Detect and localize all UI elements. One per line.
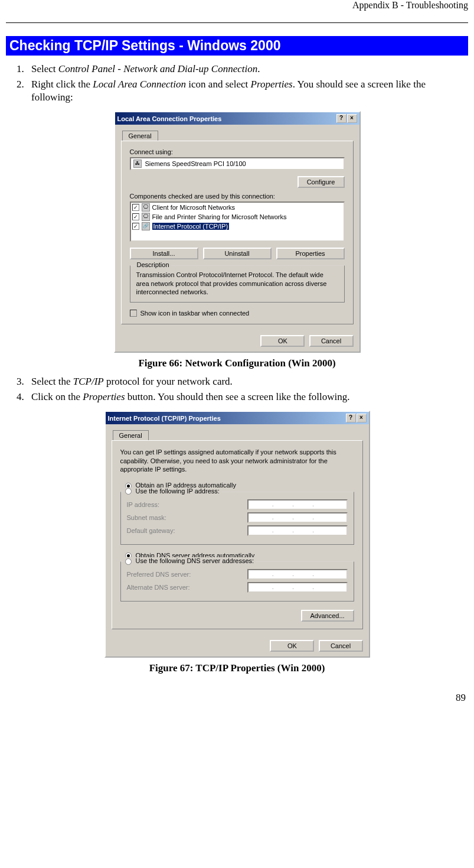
adapter-box: 🖧 Siemens SpeedStream PCI 10/100 bbox=[130, 157, 345, 170]
dialog-tcpip-properties: Internet Protocol (TCP/IP) Properties ? … bbox=[104, 411, 370, 658]
dialog-lan-properties: Local Area Connection Properties ? × Gen… bbox=[114, 111, 361, 353]
list-item-label-selected: Internet Protocol (TCP/IP) bbox=[152, 223, 230, 230]
share-icon: 🖵 bbox=[142, 213, 150, 221]
cancel-button[interactable]: Cancel bbox=[319, 640, 363, 652]
components-label: Components checked are used by this conn… bbox=[130, 193, 345, 200]
ip-address-label: IP address: bbox=[127, 501, 159, 508]
preferred-dns-field[interactable]: . . . bbox=[247, 569, 348, 580]
description-legend: Description bbox=[135, 261, 171, 268]
show-icon-checkbox[interactable] bbox=[130, 310, 137, 317]
tab-general[interactable]: General bbox=[113, 430, 149, 440]
subnet-mask-field[interactable]: . . . bbox=[247, 512, 348, 523]
checkbox-icon[interactable]: ✓ bbox=[132, 204, 139, 211]
adapter-icon: 🖧 bbox=[133, 160, 142, 168]
text-italic: Control Panel - Network and Dial-up Conn… bbox=[58, 63, 257, 74]
alternate-dns-label: Alternate DNS server: bbox=[127, 584, 190, 591]
description-text: Transmission Control Protocol/Internet P… bbox=[136, 271, 338, 296]
text-italic: TCP/IP bbox=[73, 376, 104, 387]
step-2: Right click the Local Area Connection ic… bbox=[27, 78, 468, 104]
description-group: Description Transmission Control Protoco… bbox=[130, 265, 345, 303]
cancel-button[interactable]: Cancel bbox=[309, 335, 354, 347]
tab-general[interactable]: General bbox=[122, 131, 158, 141]
properties-button[interactable]: Properties bbox=[276, 248, 345, 259]
text: Click on the bbox=[31, 391, 83, 402]
dns-group: Use the following DNS server addresses: … bbox=[120, 561, 354, 602]
show-icon-label: Show icon in taskbar when connected bbox=[140, 310, 250, 317]
step-list-1: Select Control Panel - Network and Dial-… bbox=[6, 63, 468, 104]
ok-button[interactable]: OK bbox=[260, 335, 305, 347]
close-button[interactable]: × bbox=[357, 414, 367, 422]
install-button[interactable]: Install... bbox=[130, 248, 198, 259]
list-item-label: File and Printer Sharing for Microsoft N… bbox=[152, 213, 287, 220]
checkbox-icon[interactable]: ✓ bbox=[132, 223, 139, 230]
radio-use-ip-label: Use the following IP address: bbox=[136, 487, 220, 495]
text-italic: Local Area Connection bbox=[93, 79, 186, 90]
page-number: 89 bbox=[6, 692, 468, 704]
help-button[interactable]: ? bbox=[346, 414, 356, 422]
intro-text: You can get IP settings assigned automat… bbox=[120, 448, 354, 473]
step-list-2: Select the TCP/IP protocol for your netw… bbox=[6, 375, 468, 404]
page-header: Appendix B - Troubleshooting bbox=[6, 0, 468, 11]
text: icon and select bbox=[186, 79, 251, 90]
configure-button[interactable]: Configure bbox=[298, 176, 345, 188]
ok-button[interactable]: OK bbox=[270, 640, 314, 652]
figure-67-caption: Figure 67: TCP/IP Properties (Win 2000) bbox=[6, 662, 468, 674]
help-button[interactable]: ? bbox=[336, 114, 346, 123]
text: Right click the bbox=[31, 79, 93, 90]
step-3: Select the TCP/IP protocol for your netw… bbox=[27, 375, 468, 388]
text: Select the bbox=[31, 376, 73, 387]
advanced-button[interactable]: Advanced... bbox=[301, 610, 354, 622]
dialog-title: Local Area Connection Properties bbox=[117, 115, 336, 122]
text-italic: Properties bbox=[251, 79, 293, 90]
step-1: Select Control Panel - Network and Dial-… bbox=[27, 63, 468, 76]
list-item[interactable]: ✓ 🖵 Client for Microsoft Networks bbox=[131, 203, 344, 212]
close-button[interactable]: × bbox=[347, 114, 357, 123]
text: Select bbox=[31, 63, 58, 74]
ip-group: Use the following IP address: IP address… bbox=[120, 492, 354, 545]
header-rule bbox=[6, 22, 468, 23]
section-heading: Checking TCP/IP Settings - Windows 2000 bbox=[6, 36, 468, 56]
list-item-label: Client for Microsoft Networks bbox=[152, 204, 236, 211]
figure-66-caption: Figure 66: Network Configuration (Win 20… bbox=[6, 357, 468, 369]
components-list[interactable]: ✓ 🖵 Client for Microsoft Networks ✓ 🖵 Fi… bbox=[130, 201, 345, 242]
preferred-dns-label: Preferred DNS server: bbox=[127, 571, 191, 578]
radio-use-dns-label: Use the following DNS server addresses: bbox=[136, 557, 254, 564]
text-italic: Properties bbox=[83, 391, 125, 402]
radio-use-dns[interactable] bbox=[125, 558, 132, 565]
alternate-dns-field[interactable]: . . . bbox=[247, 582, 348, 593]
gateway-field[interactable]: . . . bbox=[247, 525, 348, 536]
adapter-name: Siemens SpeedStream PCI 10/100 bbox=[145, 160, 246, 167]
text: button. You should then see a screen lik… bbox=[125, 391, 350, 402]
protocol-icon: 🔗 bbox=[142, 222, 150, 230]
connect-using-label: Connect using: bbox=[130, 148, 345, 155]
client-icon: 🖵 bbox=[142, 203, 150, 212]
ip-address-field[interactable]: . . . bbox=[247, 499, 348, 510]
dialog-title: Internet Protocol (TCP/IP) Properties bbox=[108, 415, 345, 422]
uninstall-button[interactable]: Uninstall bbox=[203, 248, 272, 259]
list-item[interactable]: ✓ 🖵 File and Printer Sharing for Microso… bbox=[131, 212, 344, 222]
list-item[interactable]: ✓ 🔗 Internet Protocol (TCP/IP) bbox=[131, 222, 344, 231]
text: . bbox=[257, 63, 260, 74]
subnet-mask-label: Subnet mask: bbox=[127, 514, 166, 521]
gateway-label: Default gateway: bbox=[127, 527, 175, 534]
checkbox-icon[interactable]: ✓ bbox=[132, 213, 139, 220]
text: protocol for your network card. bbox=[104, 376, 233, 387]
step-4: Click on the Properties button. You shou… bbox=[27, 391, 468, 404]
radio-use-ip[interactable] bbox=[125, 488, 132, 495]
